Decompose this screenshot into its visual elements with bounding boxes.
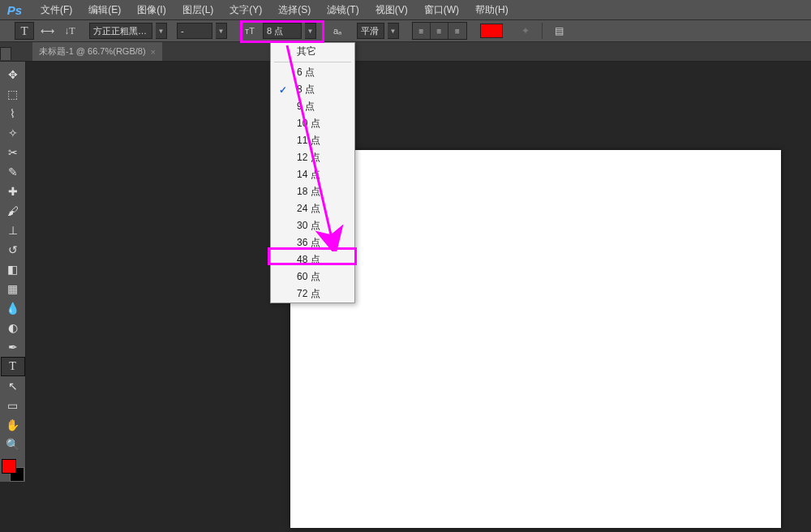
shape-tool[interactable]: ▭ bbox=[1, 396, 25, 415]
vertical-text-icon[interactable]: ↓T bbox=[60, 22, 79, 40]
font-size-icon: тT bbox=[240, 22, 260, 40]
gradient-tool[interactable]: ▦ bbox=[1, 279, 25, 298]
tool-preset-icon[interactable]: T bbox=[15, 22, 34, 40]
align-left-button[interactable]: ≡ bbox=[413, 23, 431, 39]
tools-panel-collapse-icon[interactable] bbox=[0, 47, 11, 60]
color-picker[interactable] bbox=[2, 459, 24, 482]
font-family-arrow-icon[interactable]: ▼ bbox=[156, 23, 167, 39]
marquee-tool[interactable]: ⬚ bbox=[1, 84, 25, 104]
work-area: ✥ ⬚ ⌇ ✧ ✂ ✎ ✚ 🖌 ⊥ ↺ ◧ ▦ 💧 ◐ ✒ T ↖ ▭ ✋ 🔍 bbox=[0, 62, 811, 532]
type-tool[interactable]: T bbox=[1, 357, 25, 376]
document-tab-title: 未标题-1 @ 66.7%(RGB/8) bbox=[39, 45, 146, 58]
size-option[interactable]: 72 点 bbox=[271, 285, 354, 302]
lasso-tool[interactable]: ⌇ bbox=[1, 104, 25, 123]
orientation-toggle-icon[interactable]: ⟷ bbox=[37, 22, 57, 40]
size-option[interactable]: 60 点 bbox=[271, 268, 354, 285]
menu-type[interactable]: 文字(Y) bbox=[221, 1, 270, 19]
menu-help[interactable]: 帮助(H) bbox=[467, 1, 517, 19]
size-option[interactable]: 10 点 bbox=[271, 115, 354, 132]
font-size-select[interactable]: 8 点 bbox=[263, 23, 302, 39]
font-style-select[interactable]: - bbox=[177, 23, 212, 39]
clone-stamp-tool[interactable]: ⊥ bbox=[1, 221, 25, 240]
size-option[interactable]: 30 点 bbox=[271, 217, 354, 234]
align-right-button[interactable]: ≡ bbox=[448, 23, 466, 39]
character-panel-icon[interactable]: ▤ bbox=[549, 22, 569, 40]
dodge-tool[interactable]: ◐ bbox=[1, 318, 25, 337]
size-option[interactable]: 9 点 bbox=[271, 98, 354, 115]
separator bbox=[542, 23, 543, 39]
crop-tool[interactable]: ✂ bbox=[1, 143, 25, 162]
antialias-select[interactable]: 平滑 bbox=[357, 23, 384, 39]
check-icon: ✓ bbox=[279, 84, 287, 96]
size-option-label: 14 点 bbox=[297, 168, 320, 182]
size-option[interactable]: 24 点 bbox=[271, 200, 354, 217]
zoom-tool[interactable]: 🔍 bbox=[1, 435, 25, 454]
size-option-label: 8 点 bbox=[297, 83, 315, 97]
move-tool[interactable]: ✥ bbox=[1, 65, 25, 84]
menu-edit[interactable]: 编辑(E) bbox=[80, 1, 129, 19]
menu-filter[interactable]: 滤镜(T) bbox=[319, 1, 367, 19]
menubar: Ps 文件(F) 编辑(E) 图像(I) 图层(L) 文字(Y) 选择(S) 滤… bbox=[0, 0, 811, 19]
menu-window[interactable]: 窗口(W) bbox=[416, 1, 467, 19]
menu-layer[interactable]: 图层(L) bbox=[174, 1, 222, 19]
font-size-dropdown: 其它 6 点✓8 点9 点10 点11 点12 点14 点18 点24 点30 … bbox=[270, 42, 355, 303]
size-option-label: 36 点 bbox=[297, 236, 320, 250]
size-option-label: 60 点 bbox=[297, 270, 320, 284]
eyedropper-tool[interactable]: ✎ bbox=[1, 162, 25, 182]
foreground-color[interactable] bbox=[2, 459, 16, 474]
size-option-label: 11 点 bbox=[297, 134, 320, 148]
size-option-label: 12 点 bbox=[297, 151, 320, 165]
menu-select[interactable]: 选择(S) bbox=[270, 1, 319, 19]
menu-file[interactable]: 文件(F) bbox=[32, 1, 80, 19]
antialias-arrow-icon[interactable]: ▼ bbox=[388, 23, 399, 39]
menu-view[interactable]: 视图(V) bbox=[367, 1, 416, 19]
history-brush-tool[interactable]: ↺ bbox=[1, 240, 25, 260]
size-option-label: 9 点 bbox=[297, 100, 315, 114]
size-option-label: 10 点 bbox=[297, 117, 320, 131]
size-option[interactable]: 36 点 bbox=[271, 234, 354, 251]
font-style-arrow-icon[interactable]: ▼ bbox=[216, 23, 227, 39]
canvas[interactable] bbox=[290, 150, 781, 528]
dropdown-separator bbox=[274, 62, 351, 62]
size-option[interactable]: 12 点 bbox=[271, 149, 354, 166]
size-option-other[interactable]: 其它 bbox=[271, 43, 354, 60]
size-option-label: 18 点 bbox=[297, 185, 320, 199]
menu-image[interactable]: 图像(I) bbox=[129, 1, 174, 19]
pen-tool[interactable]: ✒ bbox=[1, 337, 25, 357]
eraser-tool[interactable]: ◧ bbox=[1, 260, 25, 279]
text-color-swatch[interactable] bbox=[480, 24, 503, 38]
size-option[interactable]: 18 点 bbox=[271, 183, 354, 200]
brush-tool[interactable]: 🖌 bbox=[1, 201, 25, 221]
path-selection-tool[interactable]: ↖ bbox=[1, 376, 25, 396]
size-option-label: 30 点 bbox=[297, 219, 320, 233]
size-option-label: 48 点 bbox=[297, 253, 320, 267]
size-option-label: 72 点 bbox=[297, 287, 320, 301]
healing-brush-tool[interactable]: ✚ bbox=[1, 182, 25, 201]
font-family-select[interactable]: 方正正粗黑… bbox=[89, 23, 152, 39]
tools-panel: ✥ ⬚ ⌇ ✧ ✂ ✎ ✚ 🖌 ⊥ ↺ ◧ ▦ 💧 ◐ ✒ T ↖ ▭ ✋ 🔍 bbox=[0, 62, 26, 482]
size-option[interactable]: ✓8 点 bbox=[271, 81, 354, 98]
antialias-icon: aₐ bbox=[328, 22, 347, 40]
text-align-group: ≡ ≡ ≡ bbox=[412, 22, 467, 40]
options-bar: T ⟷ ↓T 方正正粗黑… ▼ - ▼ тT 8 点 ▼ aₐ 平滑 ▼ ≡ ≡… bbox=[0, 19, 811, 42]
size-option[interactable]: 11 点 bbox=[271, 132, 354, 149]
size-option-label: 24 点 bbox=[297, 202, 320, 216]
app-logo: Ps bbox=[3, 2, 26, 18]
document-tab-bar: 未标题-1 @ 66.7%(RGB/8) × bbox=[0, 42, 811, 62]
hand-tool[interactable]: ✋ bbox=[1, 415, 25, 435]
size-option[interactable]: 14 点 bbox=[271, 166, 354, 183]
size-option[interactable]: 48 点 bbox=[271, 251, 354, 268]
size-option[interactable]: 6 点 bbox=[271, 64, 354, 81]
warp-text-icon[interactable]: ✦ bbox=[516, 22, 535, 40]
font-size-arrow-icon[interactable]: ▼ bbox=[305, 23, 316, 39]
close-tab-icon[interactable]: × bbox=[151, 47, 156, 57]
blur-tool[interactable]: 💧 bbox=[1, 298, 25, 318]
document-tab[interactable]: 未标题-1 @ 66.7%(RGB/8) × bbox=[32, 42, 162, 61]
magic-wand-tool[interactable]: ✧ bbox=[1, 123, 25, 143]
align-center-button[interactable]: ≡ bbox=[431, 23, 448, 39]
size-option-label: 6 点 bbox=[297, 66, 315, 79]
